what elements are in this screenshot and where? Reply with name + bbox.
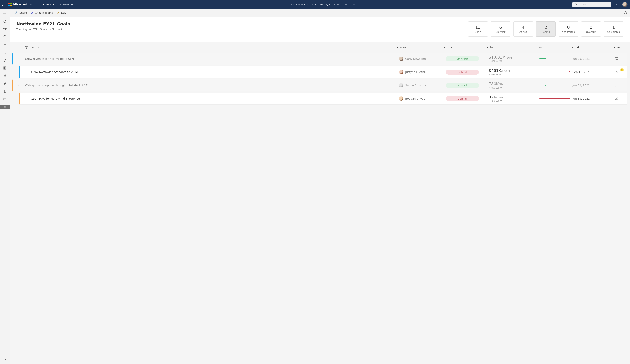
goal-notes-button[interactable] bbox=[606, 97, 627, 100]
microsoft-logo-icon bbox=[8, 3, 12, 6]
goal-status[interactable]: Behind bbox=[446, 69, 489, 75]
goal-row[interactable]: Widespread adoption through total MAU of… bbox=[12, 79, 627, 91]
col-due[interactable]: Due date bbox=[571, 46, 604, 49]
owner-name: Sarina Stevens bbox=[405, 84, 426, 87]
chevron-down-icon[interactable] bbox=[352, 3, 355, 6]
svg-point-22 bbox=[5, 83, 5, 83]
goal-value: $451K/$2.5M 0% MoM bbox=[489, 68, 539, 76]
stat-card-on-track[interactable]: 6 On track bbox=[491, 21, 510, 37]
workspace-name[interactable]: Northwind bbox=[60, 3, 73, 6]
goal-row[interactable]: 150K MAU for Northwind Enterprise Bogdan… bbox=[19, 92, 627, 105]
star-icon[interactable] bbox=[3, 27, 7, 31]
stat-value: 1 bbox=[612, 25, 615, 30]
goal-owner[interactable]: Justyna Lucznik bbox=[399, 70, 446, 74]
svg-line-1 bbox=[576, 5, 577, 6]
svg-rect-18 bbox=[4, 68, 4, 69]
svg-rect-5 bbox=[31, 12, 32, 13]
col-progress[interactable]: Progress bbox=[538, 46, 571, 49]
workspace-pill-icon[interactable]: ⦿ bbox=[3, 105, 7, 109]
document-title[interactable]: Northwind FY21 Goals | Highly Confidenti… bbox=[290, 3, 351, 6]
goal-name: Widespread adoption through total MAU of… bbox=[25, 84, 399, 87]
col-owner[interactable]: Owner bbox=[397, 46, 444, 49]
goal-notes-button[interactable] bbox=[606, 57, 627, 60]
page-title: Northwind FY21 Goals bbox=[16, 21, 70, 26]
col-status[interactable]: Status bbox=[444, 46, 487, 49]
workspace-icon[interactable] bbox=[3, 97, 7, 101]
goal-owner[interactable]: Bogdan Crivat bbox=[399, 96, 446, 101]
brand-text: Microsoft bbox=[13, 3, 29, 6]
expand-toggle[interactable] bbox=[12, 57, 25, 60]
owner-avatar bbox=[399, 70, 403, 74]
stat-label: Completed bbox=[607, 30, 620, 33]
goal-progress bbox=[539, 98, 572, 99]
goal-name: 150K MAU for Northwind Enterprise bbox=[31, 97, 399, 100]
clock-icon[interactable] bbox=[3, 35, 7, 39]
user-avatar[interactable] bbox=[622, 2, 628, 7]
stat-label: On track bbox=[496, 30, 506, 33]
goal-notes-button[interactable] bbox=[606, 83, 627, 87]
owner-avatar bbox=[399, 83, 403, 87]
stat-value: 0 bbox=[567, 25, 570, 30]
goal-row[interactable]: Grow revenue for Northwind to $6M Carly … bbox=[12, 53, 627, 65]
svg-rect-16 bbox=[4, 67, 4, 68]
rocket-icon[interactable] bbox=[3, 81, 7, 86]
stat-card-overdue[interactable]: 0 Overdue bbox=[581, 21, 601, 37]
goal-due-date: Sep 11, 2021 bbox=[572, 70, 606, 74]
owner-name: Justyna Lucznik bbox=[405, 70, 426, 74]
stat-value: 2 bbox=[544, 25, 547, 30]
share-button[interactable]: Share bbox=[15, 11, 27, 14]
edit-button[interactable]: Edit bbox=[56, 11, 66, 14]
app-name[interactable]: Power BI bbox=[43, 3, 55, 6]
command-bar: Share Chat in Teams Edit bbox=[0, 9, 630, 17]
teams-icon bbox=[30, 11, 34, 14]
owner-avatar bbox=[399, 57, 403, 61]
owner-name: Bogdan Crivat bbox=[405, 97, 425, 100]
goal-status[interactable]: On track bbox=[446, 56, 489, 61]
goal-due-date: Jun 30, 2021 bbox=[572, 84, 606, 87]
stat-card-completed[interactable]: 1 Completed bbox=[604, 21, 623, 37]
col-notes[interactable]: Notes bbox=[604, 46, 625, 49]
database-icon[interactable] bbox=[3, 50, 7, 54]
stat-label: Goals bbox=[475, 30, 481, 33]
pencil-icon bbox=[56, 11, 60, 14]
expand-toggle[interactable] bbox=[12, 84, 25, 87]
hamburger-icon[interactable] bbox=[3, 11, 6, 14]
people-icon[interactable] bbox=[3, 74, 7, 78]
app-launcher-icon[interactable] bbox=[2, 2, 6, 6]
goal-notes-button[interactable]: 2 bbox=[606, 70, 627, 74]
stat-card-behind[interactable]: 2 Behind bbox=[536, 21, 556, 37]
goal-status[interactable]: On track bbox=[446, 83, 489, 88]
home-icon[interactable] bbox=[3, 19, 7, 23]
goal-due-date: Jun 30, 2021 bbox=[572, 97, 606, 100]
filter-icon[interactable] bbox=[25, 46, 28, 49]
refresh-icon[interactable] bbox=[624, 11, 627, 14]
trophy-icon[interactable] bbox=[3, 58, 7, 62]
goals-column-headers: Name Owner Status Value Progress Due dat… bbox=[12, 42, 627, 53]
search-box[interactable] bbox=[572, 2, 612, 7]
stat-value: 13 bbox=[475, 25, 481, 30]
header-center: Northwind FY21 Goals | Highly Confidenti… bbox=[75, 3, 570, 6]
owner-avatar bbox=[399, 96, 403, 101]
plus-icon[interactable] bbox=[3, 42, 7, 47]
goal-status[interactable]: Behind bbox=[446, 96, 489, 101]
more-icon[interactable]: ··· bbox=[614, 2, 620, 7]
svg-rect-17 bbox=[5, 67, 6, 68]
goal-name: Grow Northwind Standard to 2.5M bbox=[31, 70, 399, 74]
goal-owner[interactable]: Sarina Stevens bbox=[399, 83, 446, 87]
stat-card-goals[interactable]: 13 Goals bbox=[468, 21, 488, 37]
goal-progress bbox=[539, 58, 572, 59]
goal-progress bbox=[539, 71, 572, 73]
stat-card-at-risk[interactable]: 4 At risk bbox=[514, 21, 533, 37]
microsoft-logo: MicrosoftDXT bbox=[8, 3, 36, 6]
col-value[interactable]: Value bbox=[487, 46, 538, 49]
external-link-icon[interactable] bbox=[3, 357, 7, 362]
edit-label: Edit bbox=[61, 11, 66, 14]
apps-icon[interactable] bbox=[3, 66, 7, 70]
search-input[interactable] bbox=[579, 3, 610, 6]
goal-owner[interactable]: Carly Newsome bbox=[399, 57, 446, 61]
book-icon[interactable] bbox=[3, 89, 7, 93]
stat-card-not-started[interactable]: 0 Not started bbox=[559, 21, 578, 37]
col-name[interactable]: Name bbox=[32, 46, 40, 49]
goal-row[interactable]: Grow Northwind Standard to 2.5M Justyna … bbox=[19, 66, 627, 78]
chat-button[interactable]: Chat in Teams bbox=[30, 11, 53, 14]
